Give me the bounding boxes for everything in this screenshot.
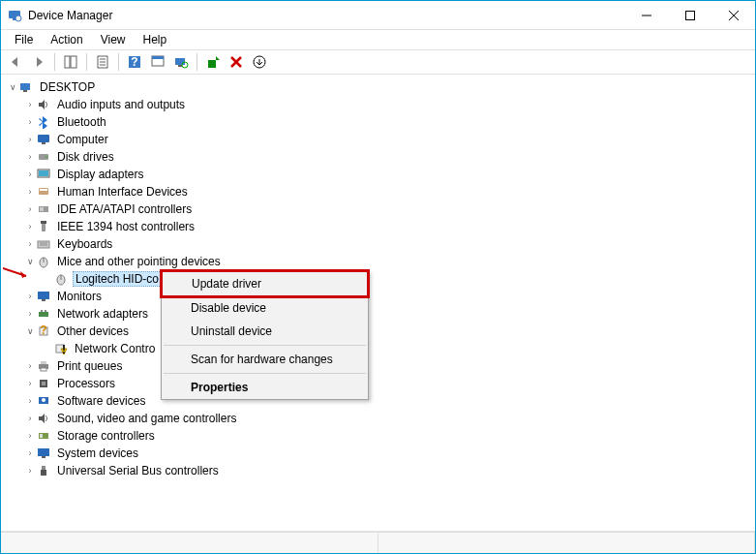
tree-item-network-contro[interactable]: !Network Contro <box>3 340 753 357</box>
menu-help[interactable]: Help <box>136 31 175 48</box>
expand-icon[interactable]: › <box>24 395 36 407</box>
tree-item-computer[interactable]: ›Computer <box>3 131 753 148</box>
scan-hardware-button[interactable] <box>170 51 192 73</box>
tree-item-audio[interactable]: ›Audio inputs and outputs <box>3 96 753 113</box>
svg-rect-24 <box>20 83 30 90</box>
expand-icon[interactable]: › <box>24 151 36 163</box>
expand-icon[interactable]: › <box>24 465 36 477</box>
svg-line-6 <box>729 11 739 20</box>
expand-spacer <box>42 343 53 354</box>
svg-rect-63 <box>38 448 49 456</box>
other-icon: ? <box>36 323 51 339</box>
expand-icon[interactable]: › <box>24 134 36 145</box>
tree-label: Human Interface Devices <box>55 185 190 199</box>
tree-label: Logitech HID-co <box>73 271 162 287</box>
svg-line-5 <box>729 11 739 20</box>
uninstall-button[interactable] <box>226 51 247 73</box>
svg-text:?: ? <box>131 55 137 69</box>
tree-item-monitors[interactable]: ›Monitors <box>3 288 753 305</box>
expand-icon[interactable]: › <box>24 430 36 442</box>
tree-item-hid[interactable]: ›Human Interface Devices <box>3 183 753 200</box>
update-driver-button[interactable] <box>202 51 224 73</box>
tree-item-ieee[interactable]: ›IEEE 1394 host controllers <box>3 218 753 235</box>
svg-text:?: ? <box>40 324 46 337</box>
toolbar-separator <box>197 53 197 71</box>
properties-button[interactable] <box>92 51 113 73</box>
expand-icon[interactable]: › <box>24 116 36 128</box>
menu-item-update-driver[interactable]: Update driver <box>160 269 370 298</box>
app-icon <box>7 8 22 23</box>
svg-text:!: ! <box>62 343 66 355</box>
expand-icon[interactable]: ∨ <box>7 81 18 93</box>
expand-icon[interactable]: › <box>24 447 36 459</box>
tree-item-storage[interactable]: ›Storage controllers <box>3 427 753 445</box>
disk-icon <box>36 149 51 165</box>
software-icon <box>36 393 51 409</box>
tree-label: Monitors <box>55 290 104 303</box>
tree-label: Software devices <box>55 394 147 408</box>
minimize-button[interactable] <box>624 1 668 29</box>
tree-item-bluetooth[interactable]: ›Bluetooth <box>3 113 753 131</box>
expand-icon[interactable]: › <box>24 169 36 180</box>
tree-item-sound[interactable]: ›Sound, video and game controllers <box>3 410 753 427</box>
tree-item-mice[interactable]: ∨Mice and other pointing devices <box>3 253 753 270</box>
tree-item-processors[interactable]: ›Processors <box>3 375 753 392</box>
show-hide-tree-button[interactable] <box>60 51 81 73</box>
tree-label: DESKTOP <box>38 80 97 94</box>
close-button[interactable] <box>711 1 755 29</box>
tree-item-usb[interactable]: ›Universal Serial Bus controllers <box>3 462 753 479</box>
expand-icon[interactable]: › <box>24 203 36 215</box>
maximize-button[interactable] <box>668 1 711 29</box>
expand-icon[interactable]: ∨ <box>24 325 36 337</box>
expand-icon[interactable]: › <box>24 291 36 302</box>
menu-item-disable-device[interactable]: Disable device <box>162 296 368 320</box>
tree-root[interactable]: ∨ DESKTOP <box>3 78 753 96</box>
expand-icon[interactable]: › <box>24 221 36 232</box>
svg-rect-31 <box>39 170 48 176</box>
device-tree[interactable]: ∨ DESKTOP ›Audio inputs and outputs ›Blu… <box>1 75 755 532</box>
keyboard-icon <box>36 236 51 252</box>
svg-rect-48 <box>41 310 43 312</box>
tree-item-system[interactable]: ›System devices <box>3 445 753 462</box>
expand-icon[interactable]: › <box>24 308 36 320</box>
menu-item-scan-hardware[interactable]: Scan for hardware changes <box>162 348 368 371</box>
expand-icon[interactable]: › <box>24 378 36 389</box>
menu-view[interactable]: View <box>93 31 134 48</box>
tree-item-network[interactable]: ›Network adapters <box>3 305 753 323</box>
tree-item-ide[interactable]: ›IDE ATA/ATAPI controllers <box>3 200 753 218</box>
svg-rect-56 <box>41 368 46 371</box>
menu-item-label: Disable device <box>191 301 266 315</box>
expand-icon[interactable]: › <box>24 360 36 372</box>
toolbar: ? <box>1 49 755 75</box>
speaker-icon <box>36 97 51 112</box>
tree-item-software[interactable]: ›Software devices <box>3 392 753 410</box>
action-button[interactable] <box>147 51 168 73</box>
expand-icon[interactable]: › <box>24 238 36 250</box>
display-icon <box>36 167 51 182</box>
help-button[interactable]: ? <box>124 51 145 73</box>
tree-item-display[interactable]: ›Display adapters <box>3 166 753 183</box>
expand-icon[interactable]: › <box>24 186 36 198</box>
disable-button[interactable] <box>249 51 270 73</box>
mouse-icon <box>36 254 51 269</box>
menu-item-properties[interactable]: Properties <box>162 376 368 399</box>
tree-item-printq[interactable]: ›Print queues <box>3 357 753 375</box>
monitor-icon <box>36 289 51 304</box>
menu-file[interactable]: File <box>7 31 41 48</box>
menu-action[interactable]: Action <box>43 31 90 48</box>
back-button[interactable] <box>5 51 26 73</box>
tree-item-logitech[interactable]: Logitech HID-co <box>3 270 753 288</box>
menu-item-label: Properties <box>191 381 248 394</box>
expand-icon[interactable]: › <box>24 413 36 424</box>
svg-rect-35 <box>40 207 44 211</box>
menu-item-uninstall-device[interactable]: Uninstall device <box>162 320 368 343</box>
tree-item-other[interactable]: ∨?Other devices <box>3 323 753 340</box>
expand-icon[interactable]: › <box>24 99 36 110</box>
tree-label: Bluetooth <box>55 115 108 129</box>
tree-label: Computer <box>55 133 110 146</box>
tree-item-keyboards[interactable]: ›Keyboards <box>3 235 753 253</box>
forward-button[interactable] <box>28 51 49 73</box>
tree-item-disk[interactable]: ›Disk drives <box>3 148 753 166</box>
svg-point-60 <box>42 398 45 402</box>
usb-icon <box>36 463 51 478</box>
